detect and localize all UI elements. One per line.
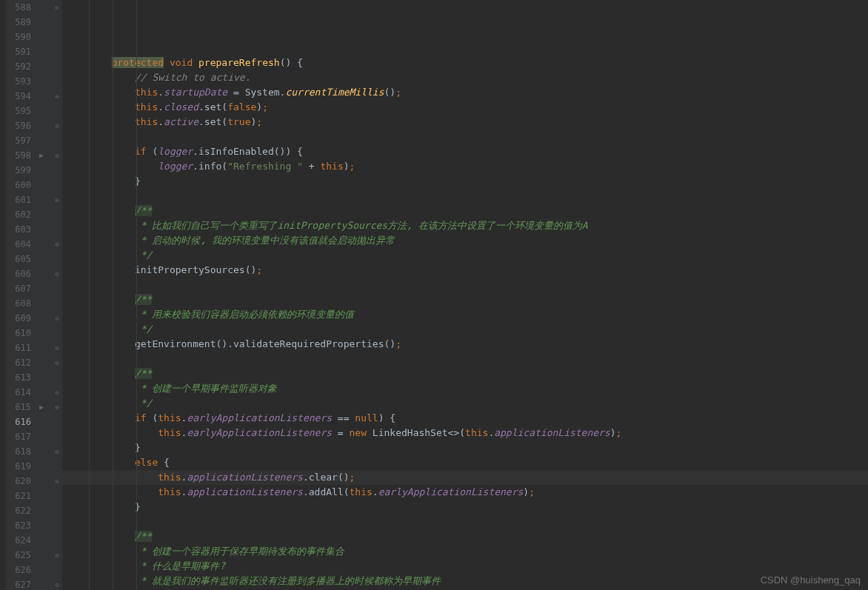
fold-toggle-icon[interactable]: ⊖: [53, 448, 61, 455]
line-number[interactable]: 597: [6, 133, 31, 148]
line-number[interactable]: 600: [6, 178, 31, 192]
line-number[interactable]: 589: [6, 15, 31, 30]
fold-toggle-icon[interactable]: ⊖: [53, 270, 61, 278]
code-line[interactable]: logger.info("Refreshing " + this);: [62, 159, 868, 174]
line-number[interactable]: 620: [6, 474, 31, 489]
line-number[interactable]: 601: [6, 192, 31, 207]
line-number[interactable]: 610: [6, 326, 31, 341]
line-number[interactable]: 602: [6, 207, 31, 222]
line-number[interactable]: 622: [6, 503, 31, 518]
line-number[interactable]: 596: [6, 118, 31, 133]
line-number[interactable]: 593: [6, 74, 31, 89]
line-number[interactable]: 619: [6, 459, 31, 474]
line-number[interactable]: 612: [6, 355, 31, 370]
code-line[interactable]: [62, 352, 868, 366]
fold-toggle-icon[interactable]: ⊖: [53, 359, 61, 366]
code-line[interactable]: protected void prepareRefresh() {: [62, 56, 868, 70]
code-line[interactable]: /**: [62, 204, 868, 218]
line-number[interactable]: 625: [6, 548, 31, 563]
line-number[interactable]: 603: [6, 222, 31, 237]
line-number[interactable]: 609: [6, 311, 31, 326]
code-line[interactable]: }: [62, 500, 868, 514]
code-line[interactable]: if (logger.isInfoEnabled()) {: [62, 144, 868, 159]
line-number[interactable]: 614: [6, 385, 31, 400]
fold-toggle-icon[interactable]: ⊖: [53, 122, 61, 130]
code-line[interactable]: this.earlyApplicationListeners = new Lin…: [62, 426, 868, 440]
line-number[interactable]: 608: [6, 296, 31, 311]
line-number[interactable]: 616: [6, 415, 31, 429]
fold-toggle-icon[interactable]: ⊖: [53, 4, 61, 11]
line-number[interactable]: 621: [6, 489, 31, 503]
fold-toggle-icon[interactable]: ⊖: [53, 315, 61, 322]
line-number[interactable]: 615: [6, 400, 31, 415]
line-number[interactable]: 591: [6, 44, 31, 59]
code-line[interactable]: }: [62, 174, 868, 189]
code-line[interactable]: * 创建一个早期事件监听器对象: [62, 381, 868, 396]
code-line[interactable]: * 用来校验我们容器启动必须依赖的环境变量的值: [62, 307, 868, 322]
line-number[interactable]: 595: [6, 104, 31, 118]
fold-toggle-icon[interactable]: ⊖: [53, 241, 61, 248]
code-line[interactable]: * 什么是早期事件?: [62, 559, 868, 574]
line-number[interactable]: 617: [6, 429, 31, 444]
line-number[interactable]: 599: [6, 163, 31, 178]
line-number[interactable]: 623: [6, 518, 31, 533]
code-line[interactable]: [62, 278, 868, 292]
line-number[interactable]: 606: [6, 266, 31, 281]
line-number[interactable]: 594: [6, 89, 31, 104]
code-line[interactable]: this.startupDate = System.currentTimeMil…: [62, 85, 868, 100]
line-number[interactable]: 598: [6, 148, 31, 163]
bookmark-icon[interactable]: ▶: [39, 151, 44, 159]
line-number[interactable]: 588: [6, 0, 31, 15]
code-line[interactable]: /**: [62, 366, 868, 381]
code-line[interactable]: this.applicationListeners.clear();: [62, 470, 868, 485]
code-line[interactable]: }: [62, 440, 868, 455]
code-line[interactable]: [62, 130, 868, 144]
code-line[interactable]: /**: [62, 529, 868, 544]
fold-toggle-icon[interactable]: ⊖: [53, 552, 61, 559]
line-number[interactable]: 592: [6, 59, 31, 74]
fold-toggle-icon[interactable]: ⊖: [53, 403, 61, 411]
code-line[interactable]: */: [62, 396, 868, 411]
fold-toggle-icon[interactable]: ⊖: [53, 581, 61, 589]
line-number[interactable]: 627: [6, 577, 31, 590]
fold-toggle-icon[interactable]: ⊖: [53, 152, 61, 159]
code-line[interactable]: * 启动的时候, 我的环境变量中没有该值就会启动抛出异常: [62, 233, 868, 248]
line-number[interactable]: 626: [6, 563, 31, 577]
bookmark-icon[interactable]: ▶: [39, 403, 44, 411]
line-number[interactable]: 611: [6, 341, 31, 355]
code-line[interactable]: this.closed.set(false);: [62, 100, 868, 115]
fold-gutter[interactable]: ⊖⊖⊖⊖⊖⊖⊖⊖⊖⊖⊖⊖⊖⊖⊖⊖: [52, 0, 62, 590]
fold-toggle-icon[interactable]: ⊖: [53, 389, 61, 396]
code-line[interactable]: this.applicationListeners.addAll(this.ea…: [62, 485, 868, 500]
breakpoint-gutter[interactable]: ▶▶: [37, 0, 52, 590]
line-number[interactable]: 604: [6, 237, 31, 252]
code-line[interactable]: [62, 189, 868, 204]
code-line[interactable]: */: [62, 322, 868, 337]
line-number[interactable]: 605: [6, 252, 31, 266]
code-area[interactable]: protected void prepareRefresh() { // Swi…: [62, 0, 868, 590]
code-line[interactable]: getEnvironment().validateRequiredPropert…: [62, 337, 868, 352]
line-number[interactable]: 618: [6, 444, 31, 459]
code-line[interactable]: if (this.earlyApplicationListeners == nu…: [62, 411, 868, 426]
code-line[interactable]: initPropertySources();: [62, 263, 868, 278]
line-number[interactable]: 624: [6, 533, 31, 548]
watermark-label: CSDN @huisheng_qaq: [761, 574, 861, 586]
line-number[interactable]: 590: [6, 30, 31, 44]
code-line[interactable]: * 比如我们自己写一个类重写了initPropertySources方法, 在该…: [62, 218, 868, 233]
line-number-gutter[interactable]: 5885895905915925935945955965975985996006…: [6, 0, 37, 590]
line-number[interactable]: 607: [6, 281, 31, 296]
code-line[interactable]: * 就是我们的事件监听器还没有注册到多播器上的时候都称为早期事件: [62, 574, 868, 589]
code-line[interactable]: */: [62, 248, 868, 263]
fold-toggle-icon[interactable]: ⊖: [53, 93, 61, 100]
left-margin: [0, 0, 6, 590]
fold-toggle-icon[interactable]: ⊖: [53, 477, 61, 485]
code-line[interactable]: [62, 514, 868, 529]
code-line[interactable]: else {: [62, 455, 868, 470]
fold-toggle-icon[interactable]: ⊖: [53, 344, 61, 352]
code-line[interactable]: * 创建一个容器用于保存早期待发布的事件集合: [62, 544, 868, 559]
code-line[interactable]: /**: [62, 292, 868, 307]
line-number[interactable]: 613: [6, 370, 31, 385]
code-line[interactable]: // Switch to active.: [62, 70, 868, 85]
code-line[interactable]: this.active.set(true);: [62, 115, 868, 130]
fold-toggle-icon[interactable]: ⊖: [53, 196, 61, 204]
